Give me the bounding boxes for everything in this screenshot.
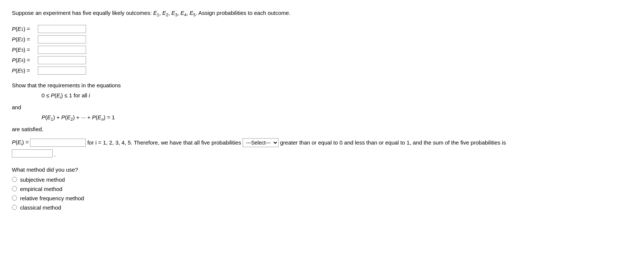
- method-radio-subjective[interactable]: [12, 177, 17, 182]
- method-option-classical[interactable]: classical method: [12, 204, 632, 211]
- prob-label-e5: P(E5) =: [12, 67, 38, 74]
- method-radio-classical[interactable]: [12, 205, 17, 210]
- method-section: What method did you use? subjective meth…: [12, 166, 632, 211]
- equation2-text: P(E1) + P(E2) + ··· + P(En) = 1: [42, 114, 632, 121]
- are-satisfied-text: are satisfied.: [12, 126, 632, 132]
- method-option-empirical[interactable]: empirical method: [12, 186, 632, 192]
- answer-after-select-text: greater than or equal to 0 and less than…: [280, 139, 506, 146]
- prob-label-e2: P(E2) =: [12, 36, 38, 42]
- prob-label-e1: P(E1) =: [12, 26, 38, 32]
- select-are-dropdown[interactable]: ---Select--- are are not: [243, 138, 279, 147]
- method-label-subjective: subjective method: [20, 176, 65, 183]
- method-label-classical: classical method: [20, 204, 61, 211]
- answer-pe-label: P(Ei) =: [12, 139, 29, 146]
- method-option-subjective[interactable]: subjective method: [12, 176, 632, 183]
- prob-input-e2[interactable]: [38, 35, 86, 43]
- equation1-text: 0 ≤ P(Ei) ≤ 1 for all i: [42, 92, 632, 100]
- method-label-relative-frequency: relative frequency method: [20, 195, 84, 201]
- answer-for-text: for i = 1, 2, 3, 4, 5. Therefore, we hav…: [87, 139, 241, 146]
- answer-row: P(Ei) = for i = 1, 2, 3, 4, 5. Therefore…: [12, 138, 632, 147]
- method-question-label: What method did you use?: [12, 166, 632, 173]
- prob-input-e4[interactable]: [38, 56, 86, 64]
- prob-row-e4: P(E4) =: [12, 56, 632, 64]
- method-radio-relative-frequency[interactable]: [12, 195, 17, 201]
- prob-input-e1[interactable]: [38, 25, 86, 33]
- prob-row-e2: P(E2) =: [12, 35, 632, 43]
- method-option-relative-frequency[interactable]: relative frequency method: [12, 195, 632, 201]
- prob-input-e3[interactable]: [38, 46, 86, 54]
- prob-label-e3: P(E3) =: [12, 46, 38, 53]
- and-text: and: [12, 104, 632, 110]
- intro-text: Suppose an experiment has five equally l…: [12, 9, 632, 18]
- prob-input-e5[interactable]: [38, 67, 86, 75]
- answer-input-sum[interactable]: [12, 149, 53, 158]
- method-label-empirical: empirical method: [20, 186, 62, 192]
- show-requirements-text: Show that the requirements in the equati…: [12, 82, 632, 88]
- answer-period: .: [54, 151, 56, 158]
- prob-row-e3: P(E3) =: [12, 46, 632, 54]
- prob-label-e4: P(E4) =: [12, 57, 38, 63]
- prob-row-e1: P(E1) =: [12, 25, 632, 33]
- method-radio-empirical[interactable]: [12, 186, 17, 191]
- answer-input-value[interactable]: [30, 139, 86, 147]
- prob-row-e5: P(E5) =: [12, 67, 632, 75]
